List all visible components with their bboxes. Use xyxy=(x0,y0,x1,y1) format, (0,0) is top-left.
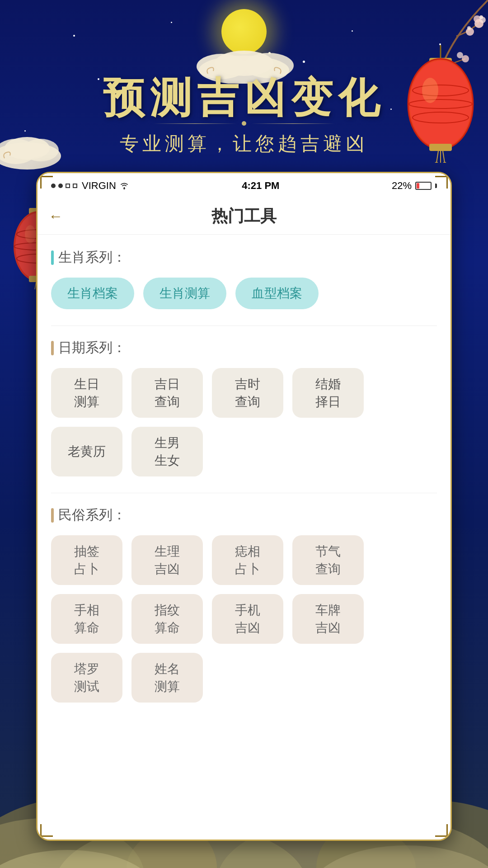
corner-bl xyxy=(40,824,53,837)
btn-shengli-jixiong[interactable]: 生理吉凶 xyxy=(131,535,203,585)
shengxiao-pills: 生肖档案 生肖测算 血型档案 xyxy=(51,278,437,309)
signal-dot-2 xyxy=(58,184,63,188)
svg-point-11 xyxy=(479,15,483,19)
svg-point-12 xyxy=(467,26,471,30)
btn-jiehun-zerj[interactable]: 结婚择日 xyxy=(292,368,364,418)
pill-shengxiao-cesuan[interactable]: 生肖测算 xyxy=(143,278,226,309)
section-folk-title: 民俗系列： xyxy=(51,506,437,524)
carrier-label: VIRGIN xyxy=(82,180,116,192)
signal-dot-4 xyxy=(73,184,77,188)
svg-point-27 xyxy=(435,162,438,163)
section-shengxiao-label: 生肖系列： xyxy=(58,248,126,267)
scroll-content[interactable]: 生肖系列： 生肖档案 生肖测算 血型档案 日期系列： 生日测算 吉日查询 吉时查… xyxy=(38,235,450,840)
btn-jieqi-chaxun[interactable]: 节气查询 xyxy=(292,535,364,585)
phone-mockup: VIRGIN 4:21 PM 22% ← 热门工具 xyxy=(36,172,452,841)
subtitle: 专业测算，让您趋吉避凶 xyxy=(0,131,488,156)
section-date-label: 日期系列： xyxy=(58,339,126,357)
section-bar-teal xyxy=(51,250,54,265)
btn-jishi-chaxun[interactable]: 吉时查询 xyxy=(212,368,283,418)
battery-icon xyxy=(415,182,432,190)
btn-chepai-jixiong[interactable]: 车牌吉凶 xyxy=(292,594,364,644)
battery-percent: 22% xyxy=(392,180,412,192)
status-bar: VIRGIN 4:21 PM 22% xyxy=(38,173,450,198)
btn-laohongli[interactable]: 老黄历 xyxy=(51,427,122,476)
pill-xuexing-dangan[interactable]: 血型档案 xyxy=(235,278,319,309)
section-folk-label: 民俗系列： xyxy=(58,506,126,524)
section-folk: 民俗系列： 抽签占卜 生理吉凶 痣相占卜 节气查询 手相算命 指纹算命 手机吉凶… xyxy=(51,506,437,703)
btn-zhixiang-zhanbu[interactable]: 痣相占卜 xyxy=(212,535,283,585)
corner-tr xyxy=(435,176,448,189)
folk-buttons-grid: 抽签占卜 生理吉凶 痣相占卜 节气查询 手相算命 指纹算命 手机吉凶 车牌吉凶 … xyxy=(51,535,437,703)
svg-point-38 xyxy=(25,225,36,243)
section-bar-warm-2 xyxy=(51,508,54,523)
section-shengxiao: 生肖系列： 生肖档案 生肖测算 血型档案 xyxy=(51,248,437,309)
nav-bar: ← 热门工具 xyxy=(38,198,450,235)
section-bar-warm-1 xyxy=(51,341,54,355)
btn-chouqian-zhanbu[interactable]: 抽签占卜 xyxy=(51,535,122,585)
back-button[interactable]: ← xyxy=(48,208,63,225)
corner-br xyxy=(435,824,448,837)
main-title: 预测吉凶变化 xyxy=(0,70,488,126)
title-divider xyxy=(154,121,334,126)
status-battery-section: 22% xyxy=(392,180,437,192)
btn-shouxiang-suanming[interactable]: 手相算命 xyxy=(51,594,122,644)
section-date-title: 日期系列： xyxy=(51,339,437,357)
section-shengxiao-title: 生肖系列： xyxy=(51,248,437,267)
btn-shengri-cesuan[interactable]: 生日测算 xyxy=(51,368,122,418)
status-time: 4:21 PM xyxy=(242,180,279,192)
btn-jiri-chaxun[interactable]: 吉日查询 xyxy=(131,368,203,418)
status-carrier: VIRGIN xyxy=(51,180,130,192)
svg-point-29 xyxy=(443,162,446,163)
pill-shengxiao-dangan[interactable]: 生肖档案 xyxy=(51,278,134,309)
btn-taluo-ceshi[interactable]: 塔罗测试 xyxy=(51,653,122,703)
btn-shengnan-shengnv[interactable]: 生男生女 xyxy=(131,427,203,476)
divider-1 xyxy=(51,326,437,326)
divider-2 xyxy=(51,493,437,493)
btn-zhiwen-suanming[interactable]: 指纹算命 xyxy=(131,594,203,644)
btn-shouji-jixiong[interactable]: 手机吉凶 xyxy=(212,594,283,644)
signal-dot-3 xyxy=(66,184,70,188)
svg-point-55 xyxy=(123,188,125,189)
main-title-section: 预测吉凶变化 xyxy=(0,70,488,126)
corner-tl xyxy=(40,176,53,189)
section-date: 日期系列： 生日测算 吉日查询 吉时查询 结婚择日 老黄历 生男生女 xyxy=(51,339,437,476)
wifi-icon xyxy=(119,181,130,190)
btn-xingming-cesuan[interactable]: 姓名测算 xyxy=(131,653,203,703)
date-buttons-grid: 生日测算 吉日查询 吉时查询 结婚择日 老黄历 生男生女 xyxy=(51,368,437,476)
page-title: 热门工具 xyxy=(211,205,277,227)
